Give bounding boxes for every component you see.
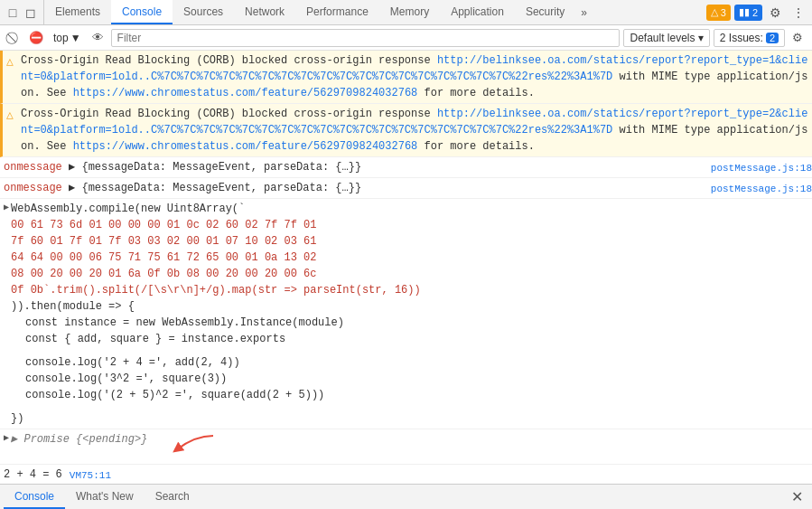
warning-row-1: △ Cross-Origin Read Blocking (CORB) bloc… bbox=[0, 51, 812, 104]
onmessage-text-2: onmessage ▶ {messageData: MessageEvent, … bbox=[4, 180, 704, 196]
close-drawer-button[interactable]: ✕ bbox=[786, 488, 808, 505]
inspect-icon[interactable]: □ bbox=[4, 4, 22, 22]
tab-security[interactable]: Security bbox=[515, 0, 575, 24]
wasm-hex-5: 0f 0b`.trim().split(/[\s\r\n]+/g).map(st… bbox=[11, 282, 421, 298]
console-content: △ Cross-Origin Read Blocking (CORB) bloc… bbox=[0, 51, 812, 484]
console-settings-icon[interactable]: ⚙ bbox=[789, 29, 807, 47]
info-badge[interactable]: ▮▮ 2 bbox=[734, 5, 762, 21]
onmessage-source-1[interactable]: postMessage.js:18 bbox=[704, 161, 812, 176]
arrow-svg bbox=[154, 431, 218, 457]
settings-icon[interactable]: ⚙ bbox=[766, 5, 785, 20]
onmessage-row-2: onmessage ▶ {messageData: MessageEvent, … bbox=[0, 178, 812, 199]
warning-text-1: Cross-Origin Read Blocking (CORB) blocke… bbox=[21, 52, 812, 101]
onmessage-source-2[interactable]: postMessage.js:18 bbox=[704, 182, 812, 197]
onmessage-row-1: onmessage ▶ {messageData: MessageEvent, … bbox=[0, 157, 812, 178]
nav-tabs: Elements Console Sources Network Perform… bbox=[44, 0, 703, 24]
device-toolbar-icon[interactable]: ◻ bbox=[22, 4, 40, 22]
issues-count: 2 bbox=[766, 33, 779, 43]
wasm-block: ▶ WebAssembly.compile(new Uint8Array(` 0… bbox=[0, 199, 812, 429]
tab-application[interactable]: Application bbox=[440, 0, 515, 24]
wasm-header: WebAssembly.compile(new Uint8Array(` bbox=[11, 201, 421, 217]
nav-right-icons: △ 3 ▮▮ 2 ⚙ ⋮ bbox=[703, 0, 812, 24]
warning-icon-2: △ bbox=[6, 106, 21, 125]
bottom-tab-search[interactable]: Search bbox=[145, 485, 201, 509]
devtools-nav: □ ◻ Elements Console Sources Network Per… bbox=[0, 0, 812, 25]
console-toolbar: ⃠ ⛔ top ▼ 👁 Default levels ▾ 2 Issues: 2… bbox=[0, 25, 812, 51]
tab-memory[interactable]: Memory bbox=[379, 0, 440, 24]
clear-console-button[interactable]: ⃠ bbox=[5, 29, 23, 47]
context-dropdown-icon: ▼ bbox=[70, 32, 81, 44]
promise-expand-arrow[interactable]: ▶ bbox=[4, 431, 9, 445]
wasm-then-6: console.log('3^2 =', square(3)) bbox=[11, 371, 421, 387]
tab-sources[interactable]: Sources bbox=[173, 0, 234, 24]
eye-icon[interactable]: 👁 bbox=[89, 29, 107, 47]
more-options-icon[interactable]: ⋮ bbox=[789, 5, 808, 20]
wasm-content: WebAssembly.compile(new Uint8Array(` 00 … bbox=[11, 201, 421, 427]
tab-console[interactable]: Console bbox=[111, 0, 173, 24]
warning-icon-1: △ bbox=[6, 52, 21, 71]
bottom-tab-console[interactable]: Console bbox=[4, 485, 65, 509]
promise-row: ▶ ▶ Promise {<pending>} bbox=[0, 429, 812, 465]
warning-text-2: Cross-Origin Read Blocking (CORB) blocke… bbox=[21, 106, 812, 155]
onmessage-text-1: onmessage ▶ {messageData: MessageEvent, … bbox=[4, 159, 704, 175]
result-value-1: 2 + 4 = 6 bbox=[4, 467, 62, 483]
tab-network[interactable]: Network bbox=[234, 0, 295, 24]
devtools-left-icons: □ ◻ bbox=[0, 0, 44, 24]
more-tabs-button[interactable]: » bbox=[575, 0, 593, 24]
default-levels-selector[interactable]: Default levels ▾ bbox=[623, 29, 709, 47]
wasm-then-7: console.log('(2 + 5)^2 =', square(add(2 … bbox=[11, 387, 421, 403]
warning-see-link-2[interactable]: https://www.chromestatus.com/feature/562… bbox=[73, 140, 418, 153]
wasm-hex-4: 08 00 20 00 20 01 6a 0f 0b 08 00 20 00 2… bbox=[11, 266, 421, 282]
warning-row-2: △ Cross-Origin Read Blocking (CORB) bloc… bbox=[0, 104, 812, 157]
wasm-then-9: }) bbox=[11, 410, 421, 427]
wasm-expand-arrow[interactable]: ▶ bbox=[4, 201, 9, 214]
context-selector[interactable]: top ▼ bbox=[49, 31, 86, 45]
warning-see-link-1[interactable]: https://www.chromestatus.com/feature/562… bbox=[73, 87, 418, 99]
wasm-hex-1: 00 61 73 6d 01 00 00 00 01 0c 02 60 02 7… bbox=[11, 217, 421, 233]
wasm-then-2: const instance = new WebAssembly.Instanc… bbox=[11, 315, 421, 331]
result-source-1[interactable]: VM75:11 bbox=[62, 468, 111, 484]
red-arrow-annotation bbox=[154, 431, 218, 462]
wasm-then-1: )).then(module => { bbox=[11, 298, 421, 315]
bottom-bar: Console What's New Search ✕ bbox=[0, 484, 812, 509]
promise-text: ▶ Promise {<pending>} bbox=[11, 431, 147, 448]
issues-button[interactable]: 2 Issues: 2 bbox=[714, 29, 785, 47]
result-row-1: 2 + 4 = 6 VM75:11 bbox=[0, 465, 812, 484]
issues-label: 2 Issues: bbox=[720, 32, 763, 44]
wasm-then-5: console.log('2 + 4 =', add(2, 4)) bbox=[11, 354, 421, 371]
preserve-log-button[interactable]: ⛔ bbox=[27, 29, 45, 47]
tab-elements[interactable]: Elements bbox=[44, 0, 111, 24]
tab-performance[interactable]: Performance bbox=[295, 0, 379, 24]
default-levels-label: Default levels ▾ bbox=[630, 32, 703, 44]
bottom-tab-whats-new[interactable]: What's New bbox=[65, 485, 145, 509]
warnings-badge[interactable]: △ 3 bbox=[706, 5, 731, 21]
wasm-hex-3: 64 64 00 00 06 75 71 75 61 72 65 00 01 0… bbox=[11, 250, 421, 266]
filter-input[interactable] bbox=[111, 29, 621, 47]
wasm-hex-2: 7f 60 01 7f 01 7f 03 03 02 00 01 07 10 0… bbox=[11, 233, 421, 250]
context-label: top bbox=[53, 32, 69, 44]
wasm-then-3: const { add, square } = instance.exports bbox=[11, 331, 421, 347]
